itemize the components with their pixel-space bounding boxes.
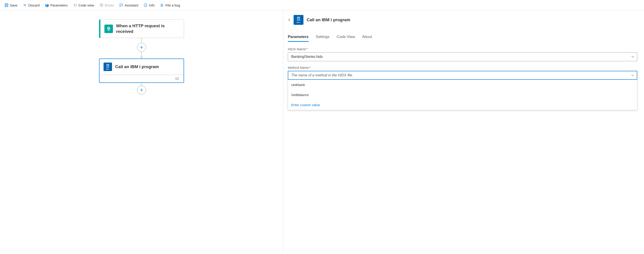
method-placeholder: The name of a method in the HIDX file. — [291, 73, 353, 77]
save-button[interactable]: Save — [3, 2, 19, 8]
link-icon — [175, 77, 180, 80]
details-panel: IBM i Call an IBM i program Parameters S… — [283, 10, 644, 253]
errors-icon — [100, 3, 104, 7]
tab-codeview[interactable]: Code View — [336, 33, 355, 41]
code-icon — [73, 3, 77, 7]
http-icon — [104, 24, 113, 33]
connector-2 — [0, 83, 283, 94]
arrow-down-icon — [140, 57, 143, 58]
info-icon — [144, 3, 148, 7]
info-button[interactable]: Info — [142, 2, 156, 8]
method-option-getbalance[interactable]: GetBalance — [288, 90, 637, 100]
method-dropdown: cedrbank GetBalance Enter custom value — [288, 80, 637, 110]
method-field-group: Method Name* The name of a method in the… — [288, 66, 637, 110]
codeview-button[interactable]: Code view — [71, 2, 96, 8]
svg-text:[@]: [@] — [46, 4, 49, 7]
add-step-button-1[interactable] — [137, 43, 146, 52]
method-select[interactable]: The name of a method in the HIDX file. — [288, 71, 637, 80]
tab-about[interactable]: About — [362, 33, 372, 41]
save-label: Save — [10, 3, 18, 7]
filebug-label: File a bug — [165, 3, 180, 7]
discard-label: Discard — [28, 3, 40, 7]
save-icon — [4, 3, 8, 7]
filebug-button[interactable]: File a bug — [158, 2, 182, 8]
trigger-title: When a HTTP request is received — [116, 23, 180, 34]
bug-icon — [160, 3, 164, 7]
tab-parameters[interactable]: Parameters — [288, 33, 308, 41]
method-option-custom[interactable]: Enter custom value — [288, 100, 637, 110]
svg-rect-10 — [298, 18, 299, 19]
canvas: When a HTTP request is received IBM i Ca… — [0, 10, 283, 253]
connector-1 — [0, 38, 283, 58]
errors-label: Errors — [105, 3, 114, 7]
method-option-cedrbank[interactable]: cedrbank — [288, 80, 637, 90]
hidx-field-group: HIDX Name* BankingISeries.hidx — [288, 47, 637, 61]
errors-button[interactable]: Errors — [98, 2, 116, 8]
discard-button[interactable]: Discard — [21, 2, 41, 8]
method-label: Method Name* — [288, 66, 637, 69]
panel-header: IBM i Call an IBM i program — [288, 15, 637, 25]
parameters-label: Parameters — [50, 3, 68, 7]
chevron-down-icon — [631, 74, 634, 77]
assistant-button[interactable]: Assistant — [118, 2, 140, 8]
hidx-select[interactable]: BankingISeries.hidx — [288, 52, 637, 61]
panel-ibmi-icon: IBM i — [294, 15, 304, 25]
info-label: Info — [149, 3, 154, 7]
tab-settings[interactable]: Settings — [316, 33, 330, 41]
svg-rect-8 — [107, 65, 108, 66]
trigger-node[interactable]: When a HTTP request is received — [99, 19, 184, 38]
svg-rect-9 — [298, 17, 300, 20]
required-asterisk: * — [306, 47, 308, 51]
main-content: When a HTTP request is received IBM i Ca… — [0, 10, 644, 253]
toolbar: Save Discard [@] Parameters Code view Er… — [0, 0, 644, 10]
svg-rect-1 — [6, 5, 8, 7]
codeview-label: Code view — [78, 3, 94, 7]
action-footer — [100, 75, 184, 82]
svg-rect-0 — [5, 3, 8, 7]
action-title: Call an IBM i program — [115, 64, 159, 70]
action-node[interactable]: IBM i Call an IBM i program — [99, 58, 184, 83]
chevron-down-icon — [631, 55, 634, 58]
ibmi-icon: IBM i — [104, 62, 112, 71]
collapse-chevron-icon[interactable] — [288, 18, 290, 21]
parameters-icon: [@] — [45, 3, 49, 7]
assistant-label: Assistant — [124, 3, 138, 7]
parameters-button[interactable]: [@] Parameters — [43, 2, 70, 8]
close-icon — [23, 3, 27, 7]
add-step-button-2[interactable] — [137, 86, 146, 94]
chat-icon — [119, 3, 123, 7]
tabs: Parameters Settings Code View About — [288, 33, 637, 41]
hidx-label: HIDX Name* — [288, 47, 637, 51]
required-asterisk: * — [309, 66, 310, 69]
hidx-value: BankingISeries.hidx — [291, 55, 323, 59]
svg-rect-7 — [107, 64, 109, 67]
panel-title: Call an IBM i program — [306, 17, 350, 22]
